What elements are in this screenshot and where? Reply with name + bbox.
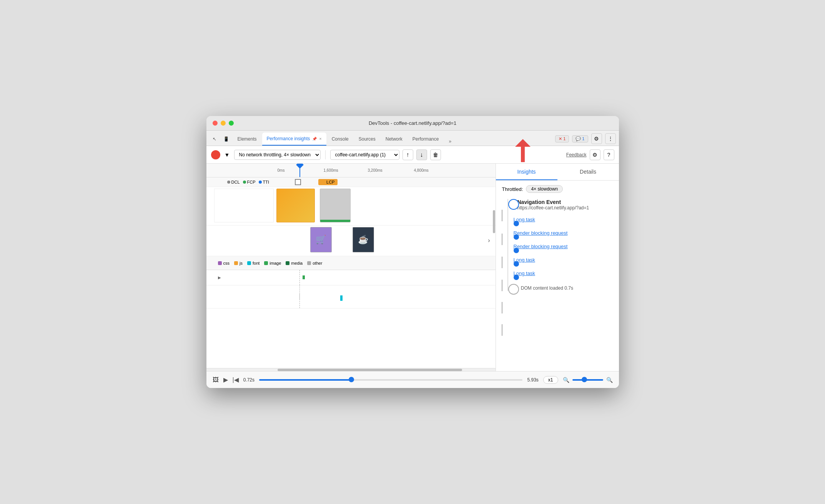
tab-more-button[interactable]: »: [446, 137, 454, 146]
zoom-slider-thumb[interactable]: [582, 377, 587, 382]
error-badge[interactable]: ✕ 1: [555, 135, 569, 143]
dcl-dot: [227, 181, 230, 184]
more-options-button[interactable]: ⋮: [605, 133, 616, 144]
long-task-1: Long task: [514, 217, 613, 222]
gray-block: [320, 189, 351, 222]
render-blocking-1-link[interactable]: Render blocking request: [514, 230, 568, 236]
message-count: 💬 1: [576, 136, 584, 141]
net-bar-teal: [340, 295, 343, 301]
legend-image: image: [264, 261, 281, 265]
tti-dot: [259, 181, 262, 184]
nav-event-circle: [508, 199, 519, 210]
thumbnail-row: 🛒 ☕ ›: [206, 225, 496, 256]
render-blocking-2: Render blocking request: [514, 244, 613, 249]
render-blocking-2-link[interactable]: Render blocking request: [514, 244, 568, 249]
timeline-chevron-right[interactable]: ›: [488, 237, 490, 244]
zoom-slider[interactable]: [572, 379, 603, 381]
tab-details[interactable]: Details: [557, 164, 619, 180]
nav-event-text: Navigation Event https://coffee-cart.net…: [517, 199, 589, 211]
tab-sources[interactable]: Sources: [354, 133, 380, 146]
net-bar-green: [303, 275, 305, 279]
upload-button[interactable]: ↑: [403, 149, 413, 160]
js-dot: [234, 261, 238, 265]
row-expand-main[interactable]: [206, 187, 214, 225]
step-back-icon[interactable]: |◀: [233, 376, 239, 383]
panel-content: Throttled: 4× slowdown Navigation Event …: [496, 181, 619, 371]
url-selector[interactable]: coffee-cart.netlify.app (1): [330, 150, 399, 160]
markers-row: DCL FCP TTI LCP: [206, 177, 496, 187]
message-badge[interactable]: 💬 1: [572, 135, 588, 143]
legend-js: js: [234, 261, 243, 265]
legend-other: other: [307, 261, 322, 265]
record-button[interactable]: [211, 150, 220, 159]
tab-elements[interactable]: Elements: [233, 133, 261, 146]
settings-gear-button[interactable]: ⚙: [590, 149, 600, 160]
timeline-row-main: [206, 187, 496, 225]
right-panel: Insights Details Throttled: 4× slowdown: [496, 164, 619, 371]
net-row-1: ▶: [206, 270, 496, 285]
zoom-out-icon[interactable]: 🔍: [563, 377, 569, 383]
connector-2: [502, 234, 502, 245]
net-line-v: [299, 293, 300, 299]
main-content: 0ms 1,600ms 3,200ms 4,800ms DCL: [206, 164, 619, 371]
tab-performance-insights[interactable]: Performance insights 📌 ×: [262, 133, 326, 146]
long-task-3: Long task: [514, 270, 613, 276]
help-button[interactable]: ?: [604, 149, 614, 160]
net-row-1-expand[interactable]: ▶: [216, 270, 223, 285]
row-expand-thumbs[interactable]: [216, 225, 223, 256]
cursor-icon: ↖: [213, 136, 216, 142]
fcp-marker: FCP: [243, 180, 256, 184]
timeline-scrollbar[interactable]: [206, 368, 496, 371]
fcp-label: FCP: [247, 180, 256, 184]
tab-bar: ↖ 📱 Elements Performance insights 📌 × Co…: [206, 131, 619, 146]
thumbnail-1-icon: 🛒: [316, 235, 326, 245]
record-dropdown[interactable]: ▼: [223, 149, 231, 160]
tab-close-icon[interactable]: ×: [319, 136, 321, 141]
zoom-controls: 🔍 🔍: [563, 377, 613, 383]
download-button[interactable]: ↓: [416, 149, 427, 160]
delete-button[interactable]: 🗑: [430, 149, 441, 160]
scrollbar-thumb: [278, 369, 462, 371]
screenshot-toggle-icon[interactable]: 🖼: [213, 376, 219, 383]
connector-5: [502, 302, 502, 313]
nav-event-title: Navigation Event: [517, 199, 589, 205]
tab-device-icon[interactable]: 📱: [220, 133, 232, 146]
font-label: font: [253, 261, 259, 265]
throttle-dropdown[interactable]: No network throttling, 4× slowdown: [234, 150, 321, 160]
slider-thumb[interactable]: [349, 377, 354, 382]
feedback-link[interactable]: Feedback: [566, 152, 587, 158]
zoom-in-icon[interactable]: 🔍: [606, 377, 613, 383]
tab-console[interactable]: Console: [327, 133, 353, 146]
time-end: 5.93s: [527, 377, 538, 383]
position-marker: [295, 179, 301, 185]
long-task-2-dot: [514, 261, 519, 267]
needle-head: [296, 164, 304, 169]
tab-elements-label: Elements: [238, 136, 257, 142]
tab-network[interactable]: Network: [381, 133, 407, 146]
timeline-area: 0ms 1,600ms 3,200ms 4,800ms DCL: [206, 164, 496, 371]
connector-3: [502, 257, 502, 268]
dom-loaded: DOM content loaded 0.7s: [514, 284, 613, 291]
ruler-1600ms: 1,600ms: [324, 168, 338, 172]
thumbnail-2: ☕: [353, 227, 374, 252]
connector-6: [502, 324, 502, 336]
net-row-2: [206, 285, 496, 308]
close-button[interactable]: [213, 121, 218, 126]
tab-cursor-icon[interactable]: ↖: [210, 133, 220, 146]
lcp-label: LCP: [326, 180, 334, 184]
timeline-needle[interactable]: [299, 164, 300, 177]
throttle-label: Throttled:: [502, 186, 523, 192]
settings-icon-button[interactable]: ⚙: [591, 133, 602, 144]
tab-performance[interactable]: Performance: [408, 133, 444, 146]
dashed-line-1: [299, 270, 300, 285]
play-icon[interactable]: ▶: [223, 376, 228, 383]
device-icon: 📱: [223, 136, 229, 142]
fcp-dot: [243, 181, 246, 184]
tab-insights-label: Insights: [517, 169, 536, 175]
playback-slider[interactable]: [259, 379, 522, 381]
maximize-button[interactable]: [229, 121, 234, 126]
minimize-button[interactable]: [221, 121, 226, 126]
tab-sources-label: Sources: [359, 136, 376, 142]
tab-insights[interactable]: Insights: [496, 164, 557, 180]
speed-badge[interactable]: x1: [543, 376, 558, 384]
